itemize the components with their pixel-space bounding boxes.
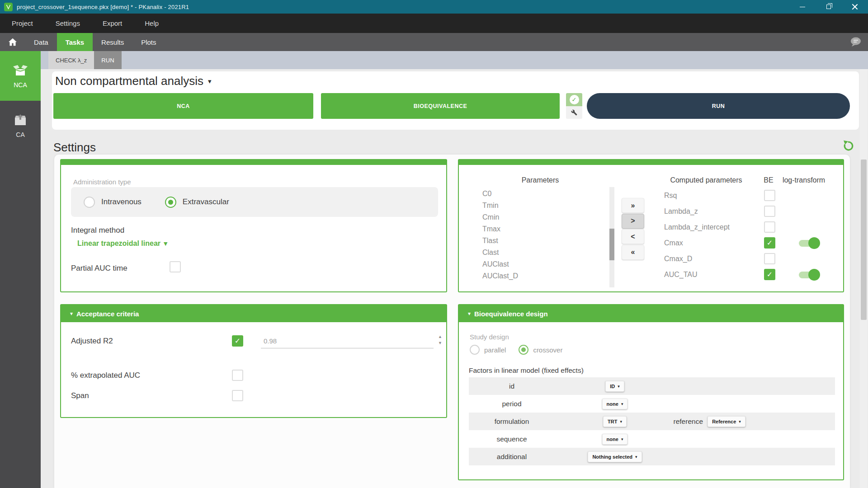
step-up-icon[interactable]: ▲ [438, 335, 442, 339]
factor-row-formulation: formulation TRT▾ reference Reference▾ [469, 413, 835, 430]
radio-intravenous[interactable] [84, 197, 95, 208]
computed-parameter-row: Rsq [459, 188, 834, 204]
span-checkbox[interactable] [232, 390, 243, 401]
reset-settings-button[interactable] [842, 139, 855, 153]
window-title: project_crossover_1sequence.pkx [demo] *… [17, 4, 189, 10]
sub-tab-bar: CHECK λ_z RUN [41, 51, 868, 69]
factor-row-additional: additional Nothing selected▾ [469, 448, 835, 465]
parameter-name[interactable]: Rsq [664, 192, 677, 200]
panel-title: Bioequivalence design [474, 310, 548, 318]
task-settings-button[interactable] [566, 106, 582, 119]
chevron-down-icon: ▾ [739, 419, 741, 424]
feedback-button[interactable] [849, 37, 862, 49]
task-valid-badge: ✓ [566, 93, 582, 106]
home-button[interactable] [0, 33, 25, 51]
step-down-icon[interactable]: ▼ [438, 341, 442, 345]
radio-crossover-label[interactable]: crossover [533, 346, 562, 354]
panel-title: Acceptance criteria [76, 310, 139, 318]
app-icon [4, 3, 13, 11]
menu-settings[interactable]: Settings [56, 19, 80, 27]
radio-crossover[interactable] [519, 345, 528, 355]
number-stepper[interactable]: ▲▼ [438, 335, 442, 345]
additional-select[interactable]: Nothing selected▾ [588, 451, 642, 462]
administration-type-label: Administration type [73, 178, 131, 186]
period-select[interactable]: none▾ [602, 399, 628, 409]
parameter-name[interactable]: Lambda_z [664, 207, 698, 216]
tab-plots[interactable]: Plots [132, 33, 165, 51]
bioequivalence-badges: ✓ [566, 93, 582, 119]
nca-task-button[interactable]: NCA [53, 93, 313, 119]
id-select[interactable]: ID▾ [605, 381, 624, 392]
acceptance-criteria-header[interactable]: ▾ Acceptance criteria [61, 305, 446, 322]
restore-button[interactable] [816, 0, 842, 14]
task-header-card: Non compartmental analysis ▾ NCA BIOEQUI… [52, 71, 859, 130]
minimize-button[interactable] [789, 0, 816, 14]
study-design-group: parallel crossover [470, 345, 575, 355]
sequence-select[interactable]: none▾ [602, 434, 628, 445]
wrench-icon [571, 109, 577, 116]
radio-parallel[interactable] [470, 345, 480, 355]
tab-data[interactable]: Data [25, 33, 57, 51]
log-transform-toggle[interactable] [799, 240, 819, 247]
parameter-name[interactable]: Lambda_z_intercept [664, 223, 730, 231]
log-transform-toggle[interactable] [799, 272, 819, 278]
title-bar: project_crossover_1sequence.pkx [demo] *… [0, 0, 868, 14]
calculation-settings-panel: Administration type Intravenous Extravas… [60, 159, 447, 292]
be-checkbox[interactable] [764, 269, 775, 280]
parameter-name[interactable]: AUC_TAU [664, 271, 698, 279]
sidebar-item-ca[interactable]: CA [0, 101, 41, 150]
select-value: none [607, 401, 618, 407]
reference-select[interactable]: Reference▾ [708, 416, 745, 427]
bioequivalence-design-header[interactable]: ▾ Bioequivalence design [459, 305, 843, 322]
be-checkbox[interactable] [764, 253, 775, 264]
formulation-select[interactable]: TRT▾ [603, 416, 627, 427]
chevron-down-icon: ▾ [620, 419, 622, 424]
be-checkbox[interactable] [764, 237, 775, 249]
factor-label: additional [469, 453, 555, 461]
tab-results[interactable]: Results [93, 33, 132, 51]
subtab-check-lambda-z[interactable]: CHECK λ_z [48, 51, 94, 69]
tab-tasks[interactable]: Tasks [57, 33, 93, 51]
adjusted-r2-checkbox[interactable] [232, 335, 243, 347]
radio-extravascular-label[interactable]: Extravascular [183, 197, 229, 206]
subtab-run[interactable]: RUN [94, 51, 121, 69]
be-column-header: BE [757, 176, 780, 184]
chat-icon [849, 37, 862, 47]
radio-extravascular[interactable] [165, 197, 176, 208]
radio-parallel-label[interactable]: parallel [484, 346, 506, 354]
analysis-type-dropdown[interactable]: Non compartmental analysis ▾ [55, 74, 212, 88]
factors-table: id ID▾ period none▾ formulation TRT▾ ref… [469, 377, 835, 465]
radio-intravenous-label[interactable]: Intravenous [101, 197, 142, 206]
parameter-name[interactable]: Cmax_D [664, 255, 692, 263]
be-checkbox[interactable] [764, 206, 775, 217]
run-button[interactable]: RUN [587, 93, 850, 119]
extrapolated-auc-checkbox[interactable] [232, 370, 243, 381]
window-scrollbar[interactable] [860, 69, 868, 488]
open-box-icon [12, 64, 28, 77]
computed-parameter-row: Cmax_D [459, 251, 834, 267]
parameters-header: Parameters [486, 176, 594, 184]
closed-box-icon [13, 113, 28, 127]
close-button[interactable] [842, 0, 868, 14]
bioequivalence-task-button[interactable]: BIOEQUIVALENCE [321, 93, 560, 119]
parameter-name[interactable]: Cmax [664, 239, 683, 247]
partial-auc-label: Partial AUC time [71, 264, 127, 273]
chevron-down-icon: ▾ [635, 455, 637, 459]
restore-icon [826, 5, 831, 9]
computed-parameter-row: Lambda_z [459, 204, 834, 220]
menu-help[interactable]: Help [145, 19, 159, 27]
adjusted-r2-input[interactable]: 0.98 [261, 334, 434, 348]
menu-export[interactable]: Export [103, 19, 122, 27]
log-transform-column-header: log-transform [780, 176, 828, 184]
acceptance-row-span: Span [71, 389, 437, 403]
chevron-down-icon: ▾ [621, 437, 623, 441]
scrollbar-thumb[interactable] [861, 160, 867, 320]
be-checkbox[interactable] [764, 221, 775, 233]
menu-project[interactable]: Project [12, 19, 33, 27]
content-area: Non compartmental analysis ▾ NCA BIOEQUI… [41, 69, 868, 488]
panel-top-bar [61, 160, 446, 165]
sidebar-item-nca[interactable]: NCA [0, 51, 41, 101]
integral-method-dropdown[interactable]: Linear trapezoidal linear ▼ [77, 239, 168, 248]
partial-auc-checkbox[interactable] [170, 261, 181, 272]
be-checkbox[interactable] [764, 190, 775, 201]
